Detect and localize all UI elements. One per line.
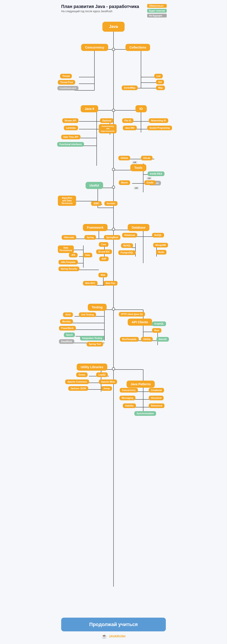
tools-node: Tools bbox=[130, 164, 146, 171]
functionalinterfaces-node: Functional interfaces bbox=[57, 142, 84, 147]
mysql-node: MySQL bbox=[121, 243, 133, 248]
jdbc-node: JDBC bbox=[91, 201, 102, 206]
springboot-node: SpringBoot bbox=[104, 235, 120, 240]
connector-6 bbox=[112, 308, 115, 310]
creational-node: Creational bbox=[149, 388, 164, 392]
guava-node: Guava bbox=[76, 372, 88, 377]
behavioral-node: Behavioral bbox=[149, 404, 164, 408]
or2-label: OR bbox=[146, 177, 152, 180]
set-node: Set bbox=[156, 80, 164, 84]
spock-node: Spock bbox=[64, 332, 75, 337]
rest-node: Rest bbox=[152, 328, 161, 333]
log4j2-node: Log4j2 bbox=[96, 372, 108, 377]
utilitylibraries-node: Utility Libraries bbox=[77, 364, 107, 371]
data-node: Data bbox=[83, 253, 92, 258]
optional-node: Optional bbox=[100, 118, 114, 123]
intellijidea-node: Intellij IDEA bbox=[148, 172, 164, 176]
retrofit-node: Retrofit bbox=[156, 337, 169, 342]
cta-footer: Продолжай учиться bbox=[61, 618, 166, 631]
springsecurity-node: Spring Security bbox=[59, 266, 79, 271]
gitlab-node: GitLab bbox=[141, 156, 152, 160]
servlets-node: Servlets bbox=[104, 201, 117, 206]
webmvc-node: Web MVC bbox=[83, 281, 98, 286]
powermock-node: PowerMock bbox=[59, 326, 76, 330]
jsoup-node: Jsoup bbox=[101, 386, 112, 391]
apachemina-node: Apache Mina bbox=[99, 380, 117, 384]
diagram: Java Concurrency Thread Thread Pool Coun… bbox=[57, 15, 170, 613]
datapersistence-node: Data Persistence bbox=[58, 246, 74, 253]
aop-node: AOP bbox=[99, 256, 109, 261]
apachecommons-node: Apache Commons bbox=[65, 380, 89, 384]
diandioc-node: DI and IOC bbox=[96, 250, 112, 254]
concurrencyp-node: Concurrency bbox=[120, 388, 138, 392]
database-node: Database bbox=[128, 224, 149, 231]
java-node: Java bbox=[102, 22, 125, 32]
socketprograming-node: Socket Programing bbox=[147, 126, 172, 130]
okhttp-node: OkHttp bbox=[141, 337, 153, 342]
maven-node: Maven bbox=[119, 180, 130, 185]
connector-5 bbox=[112, 228, 115, 231]
logo-text: JAVARUSH bbox=[109, 634, 125, 638]
concurrencyimp-node: Concurrency API Improvements bbox=[99, 124, 117, 133]
jdbctemplate-node: JdbcTemplate bbox=[59, 260, 78, 264]
springtest-node: Spring Test bbox=[87, 342, 103, 346]
footer-logo: ☕ JAVARUSH bbox=[57, 634, 170, 639]
concurrency-node: Concurrency bbox=[81, 44, 108, 51]
connector-4 bbox=[112, 186, 115, 189]
structural-node: Structural bbox=[149, 396, 164, 400]
java8-node: Java 8 bbox=[81, 105, 98, 112]
connector-7 bbox=[112, 367, 115, 370]
web-node: Web bbox=[98, 273, 108, 277]
messaging-node: Messaging bbox=[119, 396, 135, 400]
fileio-node: File IO bbox=[122, 118, 133, 123]
httpclient-node: HTTP client (java 11) bbox=[119, 312, 145, 316]
datetimeapi-node: Date Time API bbox=[61, 135, 81, 139]
postgresql-node: PostgreSQL bbox=[118, 250, 136, 255]
jacksonjson-node: Jackson JSON bbox=[68, 386, 88, 391]
thread-pool-node: Thread Pool bbox=[58, 80, 75, 85]
mongodb-node: MongoDB bbox=[153, 243, 168, 248]
diagram-lines bbox=[57, 15, 170, 613]
graphql-node: GraphQL bbox=[152, 322, 166, 326]
connector-2 bbox=[112, 109, 115, 112]
nosql-node: NoSQL bbox=[152, 233, 164, 238]
streamapi-node: Stream API bbox=[62, 118, 79, 123]
legend-bonus: Будет плюсом bbox=[147, 9, 167, 13]
javapatterns-node: Java Patterns bbox=[127, 380, 155, 388]
sortedmap-node: SortedMap bbox=[122, 86, 138, 90]
or1-label: OR bbox=[132, 161, 137, 164]
integrationtesting-node: Integration Testing bbox=[80, 336, 104, 340]
or3-label: OR bbox=[134, 186, 139, 190]
useful-node: Useful bbox=[86, 182, 103, 189]
list-node: List bbox=[154, 74, 163, 78]
connector-1 bbox=[112, 48, 115, 51]
stability-node: Stability bbox=[123, 404, 136, 408]
connector-3 bbox=[112, 168, 115, 171]
mockito-node: Mockito bbox=[60, 319, 73, 324]
networkingio-node: Networking IO bbox=[149, 118, 168, 123]
io-node: IO bbox=[135, 105, 147, 112]
lambdas-node: Lambdas bbox=[64, 126, 78, 130]
algorithmds-node: Algorithm and Data Structures bbox=[58, 196, 76, 206]
resttemplate-node: RestTemplate bbox=[120, 337, 139, 342]
redis-node: Redis bbox=[156, 250, 166, 254]
github-node: GitHub bbox=[118, 156, 130, 160]
gradle-node: Gradle bbox=[144, 180, 156, 185]
jpa-node: JPA bbox=[69, 253, 78, 258]
core-node: Core bbox=[99, 242, 108, 247]
collections-node: Collections bbox=[125, 44, 150, 51]
logo-icon: ☕ bbox=[102, 634, 107, 639]
relational-node: Relational bbox=[122, 233, 137, 238]
apiclients-node: API Clients bbox=[128, 318, 152, 326]
framework-node: Framework bbox=[83, 224, 108, 231]
legend-required: Обязательно bbox=[147, 4, 167, 8]
webflux-node: Web Flux bbox=[103, 281, 117, 286]
javanio-node: Java NIO bbox=[123, 126, 137, 130]
testing-node: Testing bbox=[88, 304, 107, 311]
spring-node: Spring bbox=[84, 235, 96, 240]
hibernate-node: Hibernate bbox=[62, 235, 76, 240]
unittesting-node: Unit Testing bbox=[79, 312, 96, 317]
countdownlatch-node: CountDownLatch bbox=[57, 86, 79, 90]
synchronization-node: Synchronization bbox=[134, 411, 156, 416]
map-node: Map bbox=[156, 86, 165, 90]
